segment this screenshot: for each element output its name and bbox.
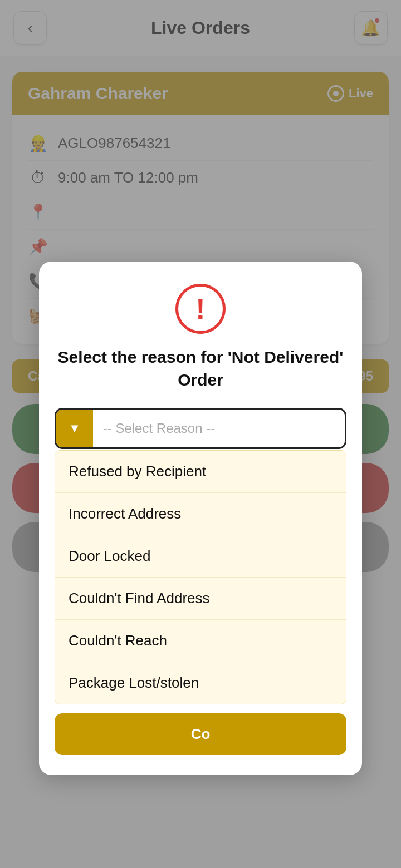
- reason-option-6[interactable]: Package Lost/stolen: [55, 662, 346, 704]
- dropdown-arrow-box: ▼: [56, 410, 93, 447]
- dropdown-arrow-icon: ▼: [69, 421, 81, 436]
- reason-option-4[interactable]: Couldn't Find Address: [55, 578, 346, 620]
- reason-option-5[interactable]: Couldn't Reach: [55, 620, 346, 662]
- reason-option-3[interactable]: Door Locked: [55, 535, 346, 578]
- modal-confirm-button[interactable]: Co: [55, 713, 346, 755]
- modal-title: Select the reason for 'Not Delivered' Or…: [55, 346, 346, 391]
- dropdown-placeholder: -- Select Reason --: [93, 410, 345, 447]
- reason-option-1[interactable]: Refused by Recipient: [55, 451, 346, 493]
- not-delivered-modal: ! Select the reason for 'Not Delivered' …: [39, 262, 362, 775]
- exclamation-icon: !: [175, 284, 226, 334]
- reason-option-2[interactable]: Incorrect Address: [55, 493, 346, 535]
- dropdown-header[interactable]: ▼ -- Select Reason --: [55, 408, 346, 449]
- modal-icon-container: !: [55, 284, 346, 334]
- dropdown-list: Refused by Recipient Incorrect Address D…: [55, 450, 346, 704]
- reason-dropdown[interactable]: ▼ -- Select Reason -- Refused by Recipie…: [55, 408, 346, 704]
